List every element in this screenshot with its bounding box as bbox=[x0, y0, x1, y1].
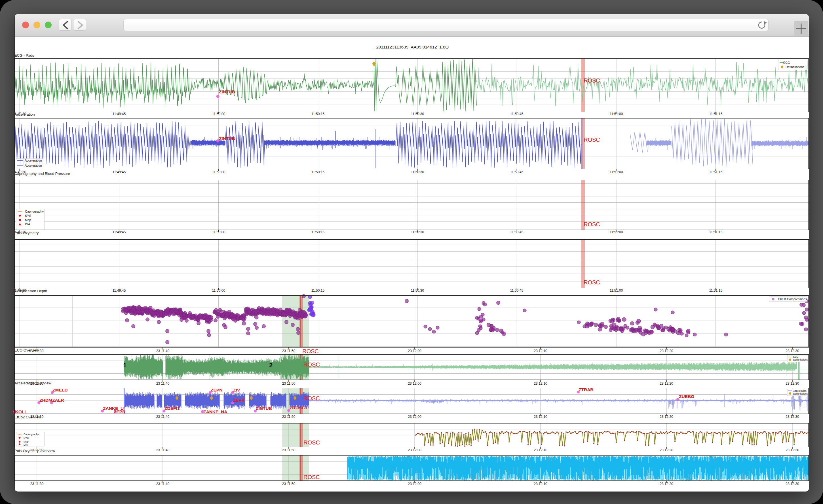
svg-text:ROSC: ROSC bbox=[304, 474, 320, 480]
svg-text:Acceleration: Acceleration bbox=[14, 112, 35, 116]
svg-text:11:50:45: 11:50:45 bbox=[510, 112, 523, 116]
svg-text:11:50:15: 11:50:15 bbox=[311, 230, 325, 234]
svg-text:1: 1 bbox=[123, 362, 127, 369]
svg-text:23 11:40: 23 11:40 bbox=[156, 382, 170, 386]
svg-text:23 12:00: 23 12:00 bbox=[408, 415, 422, 419]
svg-text:ROSC: ROSC bbox=[304, 361, 320, 368]
svg-text:Defibrillations: Defibrillations bbox=[793, 392, 808, 395]
svg-text:ZROSC1: ZROSC1 bbox=[290, 405, 307, 410]
svg-text:23 11:50: 23 11:50 bbox=[282, 382, 296, 386]
svg-text:11:50:15: 11:50:15 bbox=[311, 289, 325, 292]
svg-text:ROSC: ROSC bbox=[302, 348, 319, 354]
svg-text:23 12:20: 23 12:20 bbox=[660, 482, 673, 486]
svg-text:Capnography: Capnography bbox=[25, 210, 44, 213]
svg-text:23 12:20: 23 12:20 bbox=[660, 415, 673, 419]
svg-text:2: 2 bbox=[269, 362, 273, 369]
svg-text:11:51:00: 11:51:00 bbox=[610, 112, 623, 116]
svg-text:23 12:10: 23 12:10 bbox=[534, 482, 547, 486]
svg-text:ZINTUB: ZINTUB bbox=[256, 406, 272, 411]
svg-text:11:51:15: 11:51:15 bbox=[709, 112, 722, 116]
svg-text:23 12:20: 23 12:20 bbox=[660, 448, 673, 452]
svg-text:23 12:10: 23 12:10 bbox=[534, 448, 547, 452]
svg-text:23 11:40: 23 11:40 bbox=[156, 349, 170, 353]
svg-text:Defibrillations: Defibrillations bbox=[793, 358, 808, 361]
svg-text:ZINTUB: ZINTUB bbox=[219, 136, 235, 141]
svg-text:23 11:50: 23 11:50 bbox=[282, 349, 296, 353]
svg-text:23 11:50: 23 11:50 bbox=[282, 448, 296, 452]
svg-text:23 12:30: 23 12:30 bbox=[786, 382, 799, 386]
svg-text:Acceleration: Acceleration bbox=[793, 390, 807, 392]
svg-text:23 12:20: 23 12:20 bbox=[660, 382, 673, 386]
svg-text:23 12:10: 23 12:10 bbox=[534, 349, 547, 353]
svg-text:ZHDM: ZHDM bbox=[39, 398, 52, 403]
svg-text:11:50:45: 11:50:45 bbox=[510, 289, 523, 292]
svg-text:11:50:00: 11:50:00 bbox=[212, 170, 225, 174]
svg-text:Map: Map bbox=[23, 440, 29, 443]
svg-text:EtCo2 Overview: EtCo2 Overview bbox=[14, 415, 41, 419]
svg-text:SYS: SYS bbox=[23, 437, 29, 439]
svg-text:11:49:45: 11:49:45 bbox=[113, 170, 126, 174]
svg-text:23 12:00: 23 12:00 bbox=[408, 482, 422, 486]
svg-text:ECG: ECG bbox=[793, 355, 798, 358]
svg-text:23 11:30: 23 11:30 bbox=[30, 482, 44, 486]
svg-text:23 12:30: 23 12:30 bbox=[786, 448, 799, 452]
svg-text:11:50:30: 11:50:30 bbox=[411, 112, 424, 116]
svg-text:ZANKE_NA: ZANKE_NA bbox=[203, 409, 227, 414]
svg-text:SYS: SYS bbox=[25, 214, 31, 217]
svg-text:23 12:00: 23 12:00 bbox=[408, 349, 422, 353]
svg-text:DIA: DIA bbox=[25, 223, 30, 226]
svg-text:11:51:15: 11:51:15 bbox=[709, 289, 722, 292]
svg-text:ZALR: ZALR bbox=[52, 398, 64, 403]
svg-text:11:49:45: 11:49:45 bbox=[113, 289, 126, 292]
svg-text:Capnography and Blood Pressure: Capnography and Blood Pressure bbox=[14, 172, 70, 176]
svg-text:ZDEFI1: ZDEFI1 bbox=[164, 406, 180, 411]
svg-text:11:51:00: 11:51:00 bbox=[610, 230, 623, 234]
svg-text:Acceleration: Acceleration bbox=[25, 164, 42, 167]
svg-text:Puls-Oxymetry Overview: Puls-Oxymetry Overview bbox=[14, 449, 55, 453]
svg-text:11:49:45: 11:49:45 bbox=[113, 112, 126, 116]
svg-text:11:50:45: 11:50:45 bbox=[510, 170, 523, 174]
svg-text:23 12:30: 23 12:30 bbox=[786, 415, 799, 419]
svg-text:ECG - Pads: ECG - Pads bbox=[14, 53, 34, 57]
svg-text:ZINTUB: ZINTUB bbox=[219, 89, 235, 94]
svg-text:ZUEBG: ZUEBG bbox=[679, 394, 694, 399]
svg-text:Compression Depth: Compression Depth bbox=[14, 289, 47, 293]
svg-text:Acceleration Overview: Acceleration Overview bbox=[14, 381, 51, 385]
svg-text:11:51:15: 11:51:15 bbox=[709, 230, 722, 234]
svg-text:Capnography: Capnography bbox=[23, 433, 39, 436]
svg-text:Defibrillations: Defibrillations bbox=[786, 65, 805, 69]
svg-text:Map: Map bbox=[25, 218, 31, 222]
svg-text:Chest Compressions: Chest Compressions bbox=[778, 297, 807, 301]
svg-text:ROSC: ROSC bbox=[304, 395, 320, 402]
svg-text:23 12:30: 23 12:30 bbox=[786, 482, 799, 486]
svg-text:23 12:00: 23 12:00 bbox=[408, 382, 422, 386]
svg-text:11:50:00: 11:50:00 bbox=[212, 289, 225, 292]
svg-text:ROSC: ROSC bbox=[584, 221, 600, 227]
svg-text:23 12:00: 23 12:00 bbox=[408, 448, 422, 452]
svg-text:ROSC: ROSC bbox=[584, 279, 600, 285]
svg-text:11:51:00: 11:51:00 bbox=[610, 289, 623, 292]
svg-text:Acceleration: Acceleration bbox=[25, 159, 42, 162]
svg-text:11:50:30: 11:50:30 bbox=[411, 170, 424, 174]
svg-text:11:50:15: 11:50:15 bbox=[311, 112, 325, 116]
svg-text:11:50:30: 11:50:30 bbox=[411, 289, 424, 292]
svg-text:ZEPR: ZEPR bbox=[114, 409, 125, 414]
svg-text:DIA: DIA bbox=[23, 443, 28, 446]
svg-text:11:50:15: 11:50:15 bbox=[311, 170, 325, 174]
svg-text:ECG Overview: ECG Overview bbox=[14, 348, 39, 352]
svg-text:23 11:40: 23 11:40 bbox=[156, 448, 170, 452]
svg-text:_20111123113639_AA09I014612_1.: _20111123113639_AA09I014612_1.8Q bbox=[373, 44, 449, 49]
svg-text:23 12:20: 23 12:20 bbox=[660, 349, 673, 353]
svg-text:Puls-Oxymetry: Puls-Oxymetry bbox=[14, 231, 39, 235]
svg-text:11:51:00: 11:51:00 bbox=[610, 170, 623, 174]
svg-text:23 12:10: 23 12:10 bbox=[534, 415, 547, 419]
svg-text:23 11:50: 23 11:50 bbox=[282, 415, 296, 419]
svg-text:23 12:30: 23 12:30 bbox=[786, 349, 799, 353]
svg-text:11:50:45: 11:50:45 bbox=[510, 230, 523, 234]
svg-text:ECG: ECG bbox=[783, 61, 790, 64]
svg-text:ZEVP: ZEVP bbox=[233, 398, 244, 403]
svg-text:23 11:50: 23 11:50 bbox=[282, 482, 296, 486]
svg-text:11:51:15: 11:51:15 bbox=[709, 170, 722, 174]
svg-text:11:50:00: 11:50:00 bbox=[212, 230, 225, 234]
svg-text:23 12:10: 23 12:10 bbox=[534, 382, 547, 386]
